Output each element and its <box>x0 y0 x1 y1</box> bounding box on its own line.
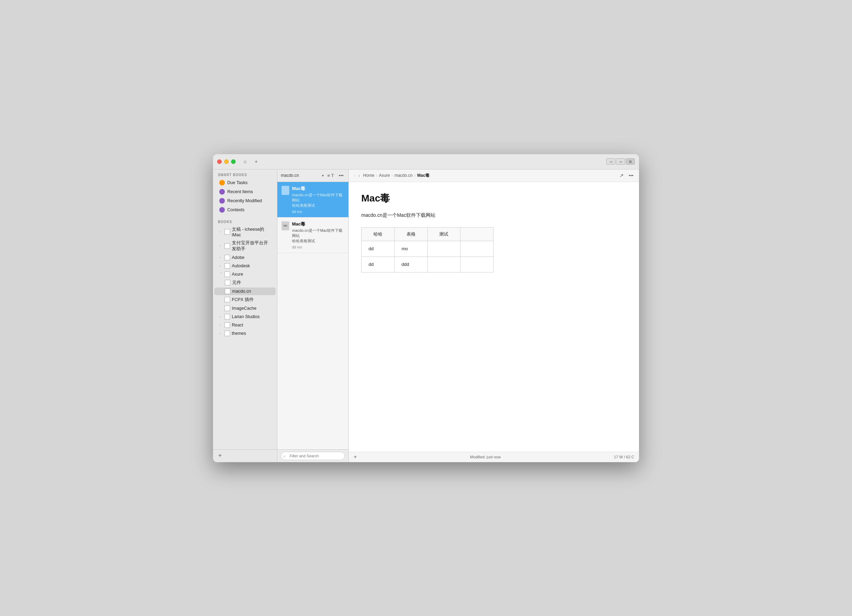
book-icon <box>225 322 230 328</box>
sidebar-item-label: themes <box>232 331 246 336</box>
sidebar-item-recently-modified[interactable]: Recently Modified <box>215 197 276 205</box>
sidebar-item-themes[interactable]: › themes <box>215 329 276 337</box>
book-icon <box>225 331 230 336</box>
doc-content: Mac毒 macdo.cn是一个Mac软件下载网站 哈哈 表格 测试 dd <box>349 182 639 452</box>
sidebar-item-adobe[interactable]: › Adobe <box>215 254 276 261</box>
sidebar-item-label: ImageCache <box>232 306 257 311</box>
middle-panel: macdo.cn ▾ ≡ T ••• Mac毒 macdo.cn <box>277 169 349 462</box>
table-row: dd mo <box>362 241 494 257</box>
note-content: Mac毒 macdo.cn是一个Mac软件下载网站 哈哈表格测试 dd mo <box>292 186 344 214</box>
chevron-right-icon: › <box>219 323 223 327</box>
note-content: Mac毒 macdo.cn是一个Mac软件下载网站 哈哈表格测试 dd mo <box>292 221 344 249</box>
home-icon[interactable]: ⌂ <box>241 158 249 165</box>
sidebar-item-label: 支付宝开放平台开发助手 <box>232 240 272 252</box>
book-icon <box>225 306 230 311</box>
table-cell: dd <box>362 257 395 272</box>
breadcrumb-current: Mac毒 <box>417 173 429 178</box>
title-bar-icons: ⌂ + <box>241 158 260 165</box>
sidebar-item-larian[interactable]: › Larian Studios <box>215 313 276 320</box>
table-cell <box>461 241 494 257</box>
sidebar-item-wendang[interactable]: › 文稿 - icheese的iMac <box>215 225 276 239</box>
note-item[interactable]: Mac毒 macdo.cn是一个Mac软件下载网站 哈哈表格测试 dd mo <box>277 182 348 217</box>
breadcrumb-item[interactable]: Axure <box>379 173 390 178</box>
sort-button[interactable]: ≡ T <box>326 172 335 179</box>
breadcrumb-item[interactable]: Home <box>363 173 374 178</box>
sidebar-item-label: Larian Studios <box>232 314 260 319</box>
modified-status: Modified: just now <box>360 455 611 459</box>
sidebar-item-label: macdo.cn <box>232 289 251 294</box>
search-icon: ⌕ <box>283 454 286 458</box>
sidebar-item-fcpx[interactable]: FCPX 插件 <box>215 296 276 304</box>
sidebar-item-due-tasks[interactable]: Due Tasks <box>215 178 276 187</box>
sidebar-item-autodesk[interactable]: › Autodesk <box>215 262 276 270</box>
breadcrumb-sep: › <box>391 174 393 178</box>
breadcrumb: Home › Axure › macdo.cn › Mac毒 <box>363 173 616 178</box>
share-button[interactable]: ↗ <box>618 172 625 179</box>
add-book-button[interactable]: + <box>216 453 224 459</box>
book-icon <box>225 280 230 285</box>
doc-paragraph: macdo.cn是一个Mac软件下载网站 <box>361 211 627 219</box>
forward-button[interactable]: › <box>357 172 361 179</box>
layout-single-icon[interactable]: ▭ <box>606 159 615 165</box>
sidebar-item-contexts[interactable]: Contexts <box>215 206 276 214</box>
notes-list: Mac毒 macdo.cn是一个Mac软件下载网站 哈哈表格测试 dd mo M… <box>277 182 348 449</box>
more-button[interactable]: ••• <box>337 172 345 179</box>
breadcrumb-item[interactable]: macdo.cn <box>394 173 412 178</box>
book-icon <box>225 243 230 249</box>
book-icon <box>225 297 230 302</box>
sidebar-item-label: 元件 <box>232 280 241 286</box>
add-button[interactable]: + <box>353 454 357 460</box>
sidebar-item-label: Axure <box>232 272 243 277</box>
minimize-button[interactable] <box>224 159 229 164</box>
layout-triple-icon[interactable]: ⊞ <box>626 159 635 165</box>
notebook-title[interactable]: macdo.cn <box>281 173 320 178</box>
traffic-lights <box>217 159 236 164</box>
table-header <box>461 227 494 241</box>
sidebar-item-react[interactable]: › React <box>215 321 276 329</box>
title-bar: ⌂ + ▭ ▭ ⊞ <box>213 154 639 169</box>
table-cell <box>428 241 461 257</box>
table-cell: mo <box>394 241 428 257</box>
maximize-button[interactable] <box>231 159 236 164</box>
sidebar-item-imagecache[interactable]: ImageCache <box>215 305 276 312</box>
note-file-icon <box>282 186 289 195</box>
chevron-right-icon: › <box>219 230 223 234</box>
search-input[interactable] <box>281 452 345 460</box>
middle-footer: ⌕ <box>277 449 348 462</box>
doc-table: 哈哈 表格 测试 dd mo <box>361 227 494 272</box>
table-header: 测试 <box>428 227 461 241</box>
note-preview: macdo.cn是一个Mac软件下载网站 哈哈表格测试 <box>292 228 344 244</box>
sidebar-item-recent-items[interactable]: Recent Items <box>215 187 276 196</box>
sidebar-item-zhifubao[interactable]: › 支付宝开放平台开发助手 <box>215 239 276 253</box>
sidebar-item-label: Recently Modified <box>227 198 262 203</box>
app-window: ⌂ + ▭ ▭ ⊞ SMART BOOKS Due Tasks Recent I… <box>213 154 639 462</box>
book-icon <box>225 314 230 320</box>
sidebar-item-yuanjian[interactable]: 元件 <box>215 279 276 287</box>
close-button[interactable] <box>217 159 222 164</box>
recently-modified-icon <box>219 198 225 204</box>
layout-icons: ▭ ▭ ⊞ <box>606 159 635 165</box>
more-options-button[interactable]: ••• <box>627 172 635 179</box>
sidebar-item-label: React <box>232 323 243 328</box>
note-meta: dd mo <box>292 245 344 249</box>
breadcrumb-sep: › <box>376 174 377 178</box>
table-header: 表格 <box>394 227 428 241</box>
sidebar: SMART BOOKS Due Tasks Recent Items Recen… <box>213 169 277 462</box>
right-footer: + Modified: just now 17 W / 62 C <box>349 452 639 462</box>
table-cell: dd <box>362 241 395 257</box>
middle-header: macdo.cn ▾ ≡ T ••• <box>277 169 348 182</box>
dropdown-icon[interactable]: ▾ <box>322 174 324 178</box>
main-content: SMART BOOKS Due Tasks Recent Items Recen… <box>213 169 639 462</box>
layout-double-icon[interactable]: ▭ <box>616 159 625 165</box>
middle-actions: ≡ T ••• <box>326 172 345 179</box>
chevron-down-icon: › <box>219 272 223 276</box>
sidebar-item-label: FCPX 插件 <box>232 297 254 303</box>
sidebar-item-axure[interactable]: › Axure <box>215 270 276 278</box>
add-note-button[interactable]: + <box>252 158 260 165</box>
right-panel: ‹ › Home › Axure › macdo.cn › Mac毒 ↗ •••… <box>349 169 639 462</box>
table-cell: ddd <box>394 257 428 272</box>
sidebar-item-macdocn[interactable]: macdo.cn <box>215 287 276 295</box>
note-item[interactable]: MD Mac毒 macdo.cn是一个Mac软件下载网站 哈哈表格测试 dd m… <box>277 217 348 253</box>
back-button[interactable]: ‹ <box>353 172 357 179</box>
book-icon <box>225 272 230 277</box>
